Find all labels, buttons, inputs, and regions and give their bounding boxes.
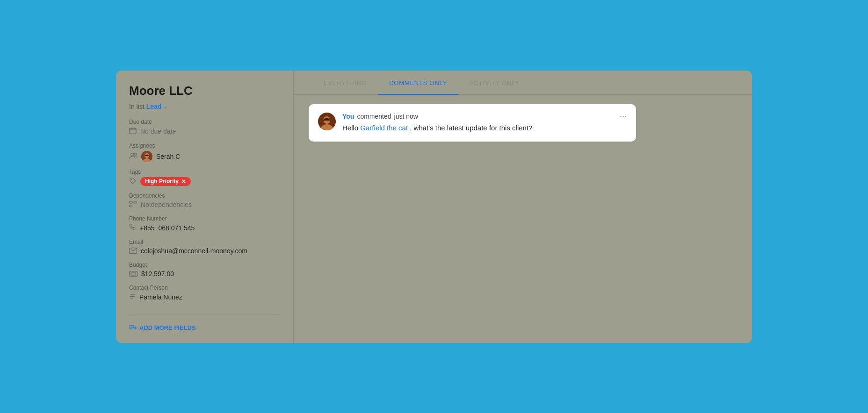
assignees-value-row[interactable]: Serah C	[129, 151, 280, 162]
phone-icon	[129, 224, 136, 232]
add-more-fields-button[interactable]: ADD MORE FIELDS	[129, 324, 280, 332]
right-panel: EVERYTHING COMMENTS ONLY ACTIVITY ONLY	[294, 71, 752, 343]
dependencies-icon	[129, 201, 137, 209]
budget-icon	[129, 270, 137, 278]
contact-person-section: Contact Person Pamela Nunez	[129, 285, 280, 302]
tabs-bar: EVERYTHING COMMENTS ONLY ACTIVITY ONLY	[294, 71, 752, 95]
chevron-down-icon[interactable]: ⌄	[163, 103, 168, 110]
comment-body: You commented just now Hello Garfield th…	[342, 113, 627, 134]
svg-point-9	[131, 179, 132, 180]
comment-card: You commented just now Hello Garfield th…	[309, 104, 636, 142]
tags-value-row: High Priority ✕	[129, 177, 280, 186]
tags-label: Tags	[129, 169, 280, 175]
add-fields-icon	[129, 324, 137, 332]
budget-value: $12,597.00	[141, 270, 174, 278]
svg-rect-19	[131, 272, 136, 275]
svg-point-4	[131, 153, 134, 156]
email-section: Email colejoshua@mcconnell-mooney.com	[129, 239, 280, 255]
modal-container: Moore LLC In list Lead ⌄ Due date No due…	[116, 71, 752, 343]
assignee-name: Serah C	[156, 153, 180, 160]
dependencies-value: No dependencies	[141, 201, 192, 208]
svg-rect-18	[130, 271, 137, 276]
comment-text: Hello Garfield the cat , what's the late…	[342, 123, 627, 134]
comment-more-button[interactable]: ···	[618, 111, 629, 121]
comment-action: commented	[357, 113, 391, 120]
phone-number: 068 071 545	[159, 224, 195, 232]
add-more-fields-label: ADD MORE FIELDS	[139, 324, 196, 331]
comment-text-before: Hello	[342, 124, 360, 132]
email-value: colejoshua@mcconnell-mooney.com	[141, 247, 247, 255]
task-title: Moore LLC	[129, 84, 280, 98]
budget-section: Budget $12,597.00	[129, 262, 280, 278]
dependencies-section: Dependencies No dependencies	[129, 192, 280, 209]
high-priority-tag[interactable]: High Priority ✕	[140, 177, 191, 186]
tag-icon	[129, 177, 137, 186]
tab-comments-only[interactable]: COMMENTS ONLY	[378, 71, 458, 95]
phone-country-code: +855	[140, 224, 155, 232]
email-label: Email	[129, 239, 280, 245]
dependencies-value-row[interactable]: No dependencies	[129, 201, 280, 209]
phone-section: Phone Number +855 068 071 545	[129, 215, 280, 232]
calendar-icon	[129, 127, 137, 136]
svg-rect-0	[130, 128, 136, 134]
assignee-avatar	[141, 151, 152, 162]
contact-person-value-row[interactable]: Pamela Nunez	[129, 293, 280, 302]
assignees-icon	[129, 152, 137, 161]
due-date-value: No due date	[140, 128, 176, 135]
tab-activity-only[interactable]: ACTIVITY ONLY	[458, 71, 530, 95]
due-date-value-row[interactable]: No due date	[129, 127, 280, 136]
email-icon	[129, 247, 137, 255]
assignees-section: Assignees	[129, 142, 280, 162]
assignees-label: Assignees	[129, 142, 280, 149]
comment-header: You commented just now	[342, 113, 627, 120]
left-panel: Moore LLC In list Lead ⌄ Due date No due…	[116, 71, 294, 343]
email-value-row[interactable]: colejoshua@mcconnell-mooney.com	[129, 247, 280, 255]
svg-rect-10	[130, 201, 132, 203]
in-list-row: In list Lead ⌄	[129, 103, 280, 110]
svg-rect-12	[130, 205, 132, 207]
phone-value-row[interactable]: +855 068 071 545	[129, 224, 280, 232]
in-list-link[interactable]: Lead	[146, 103, 162, 110]
comment-avatar	[318, 113, 336, 130]
contact-person-value: Pamela Nunez	[139, 293, 182, 301]
due-date-section: Due date No due date	[129, 119, 280, 136]
budget-value-row[interactable]: $12,597.00	[129, 270, 280, 278]
due-date-label: Due date	[129, 119, 280, 125]
svg-point-5	[134, 153, 137, 156]
text-icon	[129, 293, 136, 302]
tag-remove-button[interactable]: ✕	[181, 178, 186, 185]
tab-everything[interactable]: EVERYTHING	[312, 71, 378, 95]
in-list-label: In list	[129, 103, 145, 110]
phone-label: Phone Number	[129, 215, 280, 222]
svg-rect-11	[134, 201, 137, 203]
dependencies-label: Dependencies	[129, 192, 280, 199]
contact-person-label: Contact Person	[129, 285, 280, 291]
comment-author: You	[342, 113, 354, 120]
comment-text-after: , what's the latest update for this clie…	[408, 124, 532, 132]
comment-mention[interactable]: Garfield the cat	[360, 124, 408, 132]
comment-time: just now	[394, 113, 418, 120]
content-area: You commented just now Hello Garfield th…	[294, 95, 752, 343]
add-fields-divider	[129, 314, 280, 314]
tags-section: Tags High Priority ✕	[129, 169, 280, 186]
budget-label: Budget	[129, 262, 280, 268]
